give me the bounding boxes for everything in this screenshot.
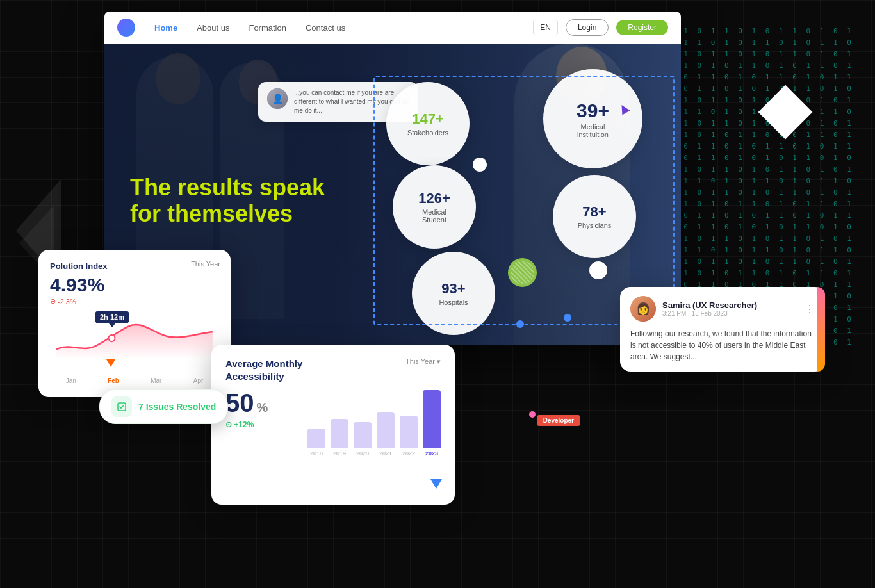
bar-2021: [377, 412, 395, 448]
nav-link-home[interactable]: Home: [154, 23, 177, 33]
chat-user-name: Samira (UX Researcher): [662, 300, 757, 310]
bar-label-2021: 2021: [379, 450, 392, 457]
bar-label-2022: 2022: [402, 450, 415, 457]
selection-handle: [516, 320, 524, 328]
nav-bar: Home About us Formation Contact us EN Lo…: [104, 12, 681, 44]
accessibility-change-text: +12%: [234, 420, 254, 429]
bar-label-2020: 2020: [356, 450, 369, 457]
accessibility-percent: %: [257, 400, 268, 415]
chat-header: 👩 Samira (UX Researcher) 3:21 PM . 13 Fe…: [630, 296, 815, 322]
issues-icon: [111, 396, 132, 417]
hero-content: The results speak for themselves: [104, 161, 335, 227]
accessibility-title: Average Monthly Accessibility: [225, 357, 328, 382]
chat-accent-bar: [817, 287, 825, 372]
chart-cursor-icon: [106, 359, 115, 367]
user-avatar: 👤: [267, 88, 288, 109]
selection-handle-right: [564, 314, 571, 322]
bar-col-2021: 2021: [377, 412, 395, 457]
chart-x-labels: Jan Feb Mar Apr: [50, 377, 219, 384]
bar-col-2018: 2018: [307, 429, 325, 457]
developer-label: Developer: [537, 415, 580, 426]
bar-col-2023: 2023: [423, 390, 441, 457]
bar-col-2020: 2020: [354, 422, 372, 457]
bar-2023: [423, 390, 441, 448]
pollution-change-text: -2.3%: [58, 298, 76, 306]
chat-avatar: 👩: [630, 296, 656, 322]
issues-resolved-badge: 7 Issues Resolved: [99, 389, 228, 424]
accessibility-card: Average Monthly Accessibility This Year …: [211, 345, 455, 505]
bar-chart: 2018 2019 2020 2021 2022 2023: [307, 380, 441, 457]
svg-line-3: [121, 405, 124, 408]
bar-label-2018: 2018: [310, 450, 323, 457]
pollution-card-period[interactable]: This Year: [191, 260, 220, 268]
bar-label-2023: 2023: [425, 450, 438, 457]
chart-tooltip: 2h 12m: [95, 311, 129, 323]
chat-timestamp: 3:21 PM . 13 Feb 2023: [662, 310, 757, 317]
line-chart-svg: [50, 311, 219, 362]
bar-2018: [307, 429, 325, 448]
pink-cursor-dot: [529, 411, 536, 418]
language-selector[interactable]: EN: [533, 20, 558, 35]
bar-col-2019: 2019: [331, 419, 348, 457]
accessibility-value: 50: [225, 389, 254, 418]
register-button[interactable]: Register: [616, 20, 668, 35]
hero-title: The results speak for themselves: [130, 174, 335, 227]
bar-pointer-icon: [430, 479, 442, 489]
pollution-card-title: Polution Index: [50, 261, 108, 271]
up-icon: ⊙: [225, 420, 232, 429]
chat-menu-icon[interactable]: ⋮: [805, 303, 815, 315]
checklist-icon: [117, 402, 127, 412]
nav-link-about[interactable]: About us: [197, 23, 229, 33]
line-chart-area: 2h 12m: [50, 311, 219, 375]
down-icon: ⊖: [50, 297, 56, 306]
label-feb: Feb: [108, 377, 119, 384]
accessibility-period[interactable]: This Year ▾: [405, 357, 441, 366]
nav-right: EN Login Register: [533, 19, 668, 36]
bar-2020: [354, 422, 372, 448]
svg-point-0: [108, 335, 115, 341]
nav-link-formation[interactable]: Formation: [249, 23, 286, 33]
pollution-card: Polution Index This Year 4.93% ⊖ -2.3% 2…: [38, 250, 231, 397]
label-apr: Apr: [193, 377, 204, 384]
bar-label-2019: 2019: [333, 450, 346, 457]
bar-col-2022: 2022: [400, 416, 418, 457]
label-jan: Jan: [66, 377, 76, 384]
pollution-value: 4.93%: [50, 274, 219, 296]
chat-message-text: Following our research, we found that th…: [630, 328, 815, 363]
chat-user-info: Samira (UX Researcher) 3:21 PM . 13 Feb …: [662, 300, 757, 317]
label-mar: Mar: [151, 377, 161, 384]
nav-logo: [117, 19, 135, 37]
bar-2019: [331, 419, 348, 448]
issues-text: 7 Issues Resolved: [138, 402, 216, 412]
nav-link-contact[interactable]: Contact us: [306, 23, 345, 33]
pollution-change: ⊖ -2.3%: [50, 297, 219, 306]
bar-2022: [400, 416, 418, 448]
login-button[interactable]: Login: [566, 19, 609, 36]
chat-card: 👩 Samira (UX Researcher) 3:21 PM . 13 Fe…: [620, 287, 825, 372]
accessibility-period-text: This Year: [405, 357, 435, 365]
